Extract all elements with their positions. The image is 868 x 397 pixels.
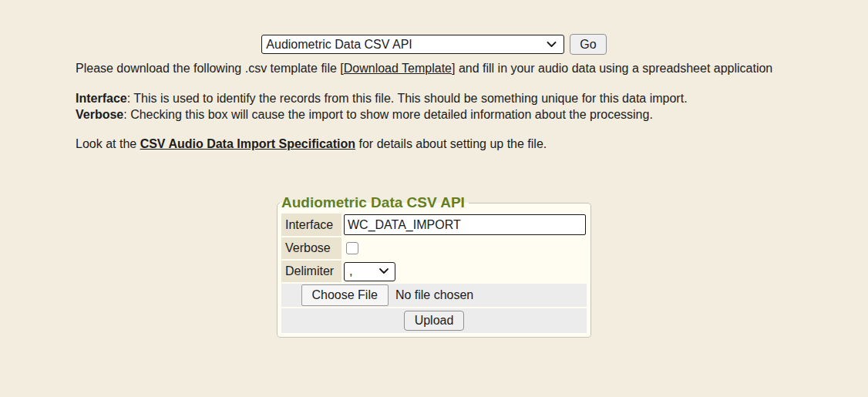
import-form-table: Interface Verbose Delimiter , <box>280 212 588 335</box>
go-button[interactable]: Go <box>570 34 606 55</box>
interface-label: Interface <box>281 214 341 236</box>
file-input[interactable]: Choose File No file chosen <box>301 284 567 306</box>
note-verbose-text: : Checking this box will cause the impor… <box>123 108 653 121</box>
spec-paragraph: Look at the CSV Audio Data Import Specif… <box>76 136 792 152</box>
api-select-value: Audiometric Data CSV API <box>266 38 412 52</box>
verbose-label: Verbose <box>281 237 341 259</box>
field-notes: Interface: This is used to identify the … <box>76 90 792 123</box>
intro-paragraph: Please download the following .csv templ… <box>76 60 792 76</box>
api-select[interactable]: Audiometric Data CSV API <box>261 35 564 54</box>
delimiter-label: Delimiter <box>281 261 341 282</box>
chevron-down-icon <box>379 268 389 274</box>
intro-text-before: Please download the following .csv templ… <box>76 62 344 75</box>
verbose-checkbox[interactable] <box>346 242 358 254</box>
page-content: Audiometric Data CSV API Go Please downl… <box>76 0 792 338</box>
table-row-upload: Upload <box>281 308 587 333</box>
delimiter-select[interactable]: , <box>344 262 395 281</box>
fieldset-legend: Audiometric Data CSV API <box>280 194 469 211</box>
table-row-verbose: Verbose <box>281 237 587 259</box>
note-interface: Interface: This is used to identify the … <box>76 92 688 105</box>
note-interface-text: : This is used to identify the records f… <box>127 92 688 105</box>
delimiter-select-value: , <box>349 264 352 278</box>
spec-link[interactable]: CSV Audio Data Import Specification <box>140 137 355 150</box>
upload-button[interactable]: Upload <box>404 311 465 331</box>
table-row-file: Choose File No file chosen <box>281 284 587 307</box>
spec-text-after: for details about setting up the file. <box>355 137 547 150</box>
table-row-delimiter: Delimiter , <box>281 261 587 282</box>
note-verbose: Verbose: Checking this box will cause th… <box>76 108 653 121</box>
note-interface-term: Interface <box>76 92 127 105</box>
import-fieldset: Audiometric Data CSV API Interface Verbo… <box>277 194 591 338</box>
spec-text-before: Look at the <box>76 137 140 150</box>
table-row-interface: Interface <box>281 214 587 236</box>
intro-text-after: ] and fill in your audio data using a sp… <box>452 62 772 75</box>
download-template-link[interactable]: Download Template <box>344 62 452 75</box>
note-verbose-term: Verbose <box>76 108 123 121</box>
interface-input[interactable] <box>344 214 586 235</box>
file-status-text: No file chosen <box>395 288 473 302</box>
api-chooser-form: Audiometric Data CSV API Go <box>76 34 792 55</box>
chevron-down-icon <box>547 42 557 48</box>
choose-file-button[interactable]: Choose File <box>301 284 389 306</box>
